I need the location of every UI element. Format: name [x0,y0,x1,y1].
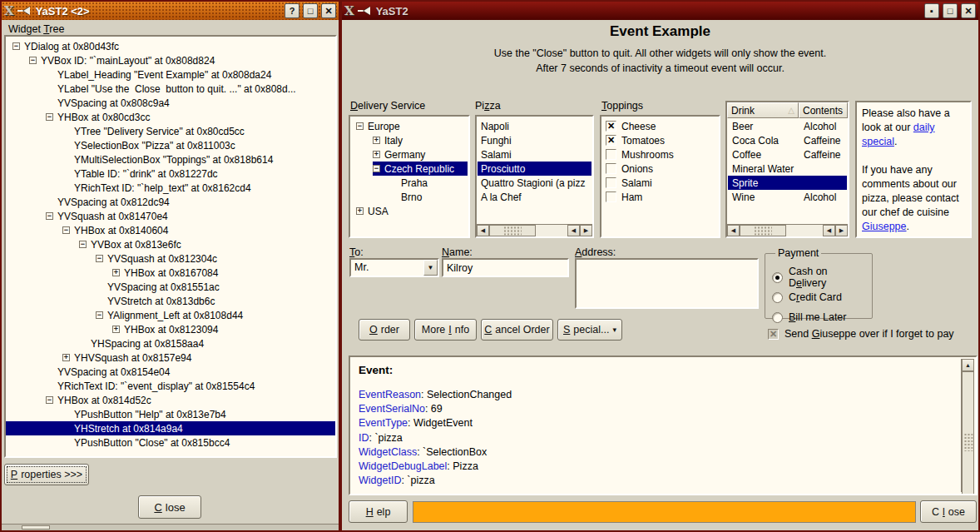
checkbox-unchecked-icon[interactable]: ✕ [606,163,616,174]
help-window-button[interactable]: ? [285,3,299,18]
tree-item[interactable]: −YVBox at 0x813e6fc [6,237,335,251]
topping-item[interactable]: ✕Onions [602,162,718,176]
table-row[interactable]: WineAlcohol [728,190,847,204]
collapse-icon[interactable]: − [96,255,103,262]
cancel-order-button[interactable]: Cancel Order [481,319,553,341]
list-item[interactable]: Napoli [478,119,591,133]
tree-item[interactable]: +YTree "Delivery Service" at 0x80cd5cc [6,124,335,138]
event-vscrollbar[interactable]: ▲ ▲ ▼ [961,359,974,492]
tree-item[interactable]: +Italy [351,133,468,147]
checkbox-checked-icon[interactable]: ✕ [606,135,616,146]
tree-item[interactable]: +YRichText ID: "`help_text" at 0x8162cd4 [6,181,335,195]
tree-item[interactable]: +YHBox at 0x8167084 [6,266,335,280]
tree-item[interactable]: +YVSpacing at 0x812dc94 [6,195,335,209]
tree-item[interactable]: +YVSpacing at 0x8154e04 [6,365,335,379]
topping-item[interactable]: ✕Cheese [602,119,718,133]
tree-item[interactable]: +Germany [351,147,468,162]
table-row[interactable]: Mineral Water [728,162,847,176]
tree-item[interactable]: −YVBox ID: "`mainLayout" at 0x808d824 [6,53,335,67]
payment-option[interactable]: Credit Card [772,287,865,307]
scroll-left-button[interactable]: ◀ [567,225,580,236]
scroll-left-button[interactable]: ◀ [477,225,489,236]
scroll-left-button[interactable]: ◀ [823,225,835,236]
list-item[interactable]: Quattro Stagioni (a pizz [478,176,591,190]
pizza-hscrollbar[interactable]: ◀ ◀ ▶ [477,224,592,236]
column-header-contents[interactable]: Contents [799,102,848,118]
list-item[interactable]: Prosciutto [478,162,591,176]
tree-item[interactable]: +YHStretch at 0x814a9a4 [6,421,335,435]
radio-unselected-icon[interactable] [772,292,783,303]
expand-icon[interactable]: + [112,269,120,276]
special-button[interactable]: Special...▾ [557,319,622,341]
column-header-drink[interactable]: Drink△ [727,102,799,118]
tree-item[interactable]: +YHBox at 0x8123094 [6,322,335,336]
tree-item[interactable]: +YVSpacing at 0x808c9a4 [6,96,335,110]
tree-item[interactable]: −YAlignment_Left at 0x8108d44 [6,308,335,322]
tree-item[interactable]: +YPushButton "Help" at 0x813e7b4 [6,407,335,421]
expand-icon[interactable]: + [112,326,120,333]
close-window-button[interactable]: ✕ [321,3,336,18]
payment-option[interactable]: Bill me Later [772,307,865,327]
to-combobox[interactable]: Mr. ▼ [349,258,439,277]
collapse-icon[interactable]: − [79,241,87,248]
send-giuseppe-checkbox-row[interactable]: ✕ Send Giuseppe over if I forget to pay [768,328,954,340]
tree-item[interactable]: −YHBox at 0x80cd3cc [6,110,335,124]
bottom-scrollbar-thumb[interactable] [22,525,50,530]
collapse-icon[interactable]: − [62,226,70,234]
tree-item[interactable]: +YLabel_Heading "Event Example" at 0x808… [6,67,335,82]
properties-button[interactable]: Properties >>> [4,464,89,485]
order-button[interactable]: Order [359,319,410,341]
collapse-icon[interactable]: − [96,311,103,319]
tree-item[interactable]: −Europe [351,119,468,133]
collapse-icon[interactable]: − [46,212,53,220]
list-item[interactable]: Salami [478,147,591,162]
tree-item[interactable]: +YTable ID: "`drink" at 0x81227dc [6,167,335,181]
scroll-right-button[interactable]: ▶ [580,225,592,236]
collapse-icon[interactable]: − [46,396,53,404]
checkbox-unchecked-icon[interactable]: ✕ [606,191,616,202]
tree-item[interactable]: +Praha [351,176,468,190]
collapse-icon[interactable]: − [29,57,37,64]
table-row[interactable]: CoffeeCaffeine [728,147,847,162]
expand-icon[interactable]: + [373,151,380,158]
tree-item[interactable]: +YLabel "Use the Close button to quit. .… [6,82,335,96]
collapse-icon[interactable]: − [12,42,20,50]
tree-item[interactable]: −YVSquash at 0x812304c [6,251,335,266]
combo-dropdown-button[interactable]: ▼ [423,260,438,276]
expand-icon[interactable]: + [373,137,380,144]
checkbox-checked-icon[interactable]: ✕ [606,121,616,132]
table-row[interactable]: Coca ColaCaffeine [728,133,847,147]
tree-item[interactable]: −YHBox at 0x8140604 [6,223,335,237]
tree-item[interactable]: +YRichText ID: "`event_display" at 0x815… [6,379,335,393]
radio-unselected-icon[interactable] [772,312,783,323]
more-info-button[interactable]: More Info [414,319,477,341]
tree-item[interactable]: +YVSpacing at 0x81551ac [6,280,335,294]
checkbox-unchecked-icon[interactable]: ✕ [606,149,616,160]
name-input[interactable] [442,258,569,277]
collapse-icon[interactable]: − [356,122,364,130]
scrollbar-thumb[interactable] [962,371,974,495]
address-input[interactable] [575,258,759,309]
pin-icon[interactable] [358,7,371,15]
tree-item[interactable]: +YVStretch at 0x813db6c [6,294,335,308]
help-link[interactable]: Giuseppe [862,221,907,232]
delivery-service-tree[interactable]: −Europe+Italy+Germany−Czech Republic+Pra… [349,115,470,238]
tree-item[interactable]: +USA [351,204,468,218]
scroll-right-button[interactable]: ▶ [835,225,848,236]
tree-item[interactable]: +YPushButton "Close" at 0x815bcc4 [6,435,335,450]
table-row[interactable]: Sprite [728,176,847,190]
scrollbar-track[interactable] [536,225,567,236]
list-item[interactable]: Funghi [478,133,591,147]
scroll-left-button[interactable]: ◀ [727,225,740,236]
titlebar-left[interactable]: X YaST2 <2> ? □ ✕ [2,2,339,20]
tree-item[interactable]: +YMultiSelectionBox "Toppings" at 0x818b… [6,152,335,167]
collapse-icon[interactable]: − [373,165,380,172]
checkbox-unchecked-icon[interactable]: ✕ [606,177,616,188]
radio-selected-icon[interactable] [772,272,783,283]
pin-icon[interactable] [17,7,31,15]
scrollbar-thumb[interactable] [740,225,786,236]
topping-item[interactable]: ✕Salami [602,176,718,190]
expand-icon[interactable]: + [356,207,364,215]
close-window-button[interactable]: ✕ [961,3,976,18]
tree-item[interactable]: +YHVSquash at 0x8157e94 [6,351,335,365]
